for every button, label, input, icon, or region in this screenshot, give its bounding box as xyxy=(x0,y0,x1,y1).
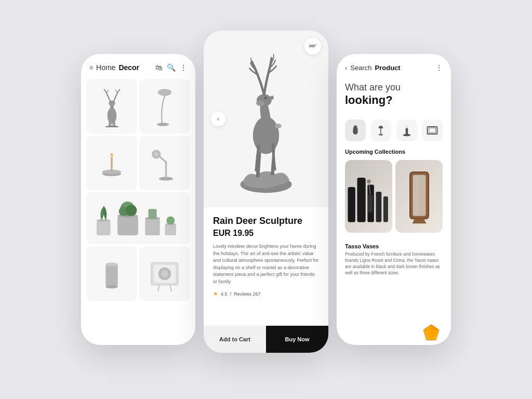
reviews-text: Reviews 267 xyxy=(234,291,261,297)
svg-point-49 xyxy=(256,100,264,106)
svg-rect-69 xyxy=(414,176,419,215)
lamp-category-icon xyxy=(376,124,386,137)
sketch-logo-svg xyxy=(422,324,441,341)
menu-icon[interactable]: ≡ xyxy=(89,64,93,71)
more-icon[interactable]: ⋮ xyxy=(180,63,187,72)
svg-rect-37 xyxy=(105,264,117,286)
svg-line-8 xyxy=(115,90,117,92)
svg-rect-64 xyxy=(368,194,373,212)
search-title-normal: Search xyxy=(350,64,371,72)
svg-point-11 xyxy=(105,125,118,127)
action-buttons: Add to Cart Buy Now xyxy=(204,326,328,353)
grid-item-floor-lamp[interactable] xyxy=(139,79,190,134)
cart-icon[interactable]: 🛍 xyxy=(155,63,163,72)
vases-svg xyxy=(345,168,392,225)
collection-card-mirror[interactable] xyxy=(395,160,443,233)
svg-rect-59 xyxy=(348,187,355,222)
title-bold: Decor xyxy=(118,63,139,72)
svg-point-13 xyxy=(157,123,169,126)
candle-category-icon xyxy=(402,124,411,137)
grid-item-plants[interactable] xyxy=(86,192,190,244)
header-icons: 🛍 🔍 ⋮ xyxy=(155,63,187,72)
svg-point-47 xyxy=(253,117,279,154)
category-lamp[interactable] xyxy=(371,119,392,141)
svg-point-66 xyxy=(367,180,370,183)
title-normal: Home xyxy=(96,63,115,72)
collection-name: Tasso Vases xyxy=(345,243,443,249)
grid-item-round-decor[interactable] xyxy=(139,246,190,301)
category-vase[interactable] xyxy=(345,119,366,141)
svg-rect-62 xyxy=(376,192,381,222)
svg-point-50 xyxy=(264,97,267,99)
svg-rect-52 xyxy=(354,126,356,127)
add-to-cart-button[interactable]: Add to Cart xyxy=(204,326,266,353)
grid-item-deer[interactable] xyxy=(86,79,137,134)
mirror-image xyxy=(395,160,443,233)
buy-now-button[interactable]: Buy Now xyxy=(266,326,328,353)
more-options-icon[interactable]: ⋮ xyxy=(435,63,443,72)
star-icon: ★ xyxy=(213,290,218,297)
svg-point-30 xyxy=(126,205,137,216)
svg-rect-34 xyxy=(165,224,176,235)
svg-point-36 xyxy=(166,216,175,224)
svg-rect-26 xyxy=(117,216,138,235)
category-candle[interactable] xyxy=(396,119,417,141)
svg-point-43 xyxy=(161,270,168,277)
back-arrow-icon[interactable]: ‹ xyxy=(345,64,347,72)
rating-value: 4.5 xyxy=(221,291,228,297)
frame-category-icon xyxy=(427,126,438,135)
svg-line-3 xyxy=(106,92,110,101)
svg-line-5 xyxy=(106,90,108,92)
svg-point-39 xyxy=(105,285,117,288)
product-info: Rain Deer Sculpture EUR 19.95 Lovely rei… xyxy=(204,207,328,326)
search-title-bold: Product xyxy=(375,64,401,72)
phone-search-product: ‹ Search Product ⋮ What are you looking? xyxy=(337,54,451,345)
vases-image xyxy=(345,160,392,233)
category-icons-row xyxy=(337,114,451,149)
svg-line-44 xyxy=(158,285,159,290)
svg-rect-58 xyxy=(429,128,436,132)
grid-item-cylinder[interactable] xyxy=(86,246,137,301)
view360-label: 360° xyxy=(309,44,316,48)
product-image-area: ‹ 360° xyxy=(204,31,328,207)
svg-rect-24 xyxy=(97,220,111,235)
svg-point-38 xyxy=(105,262,117,266)
looking-line2: looking? xyxy=(345,94,443,107)
svg-point-23 xyxy=(154,152,158,156)
product-description: Lovely reindeer decor brightens your hom… xyxy=(213,243,319,285)
phone-home-decor: ≡ Home Decor 🛍 🔍 ⋮ xyxy=(81,54,195,345)
category-frame[interactable] xyxy=(422,119,443,141)
search-header-left: ‹ Search Product xyxy=(345,64,401,72)
deer-sculpture-large xyxy=(219,41,313,197)
mirror-svg xyxy=(401,168,438,224)
vase-category-icon xyxy=(350,125,361,136)
svg-line-6 xyxy=(114,92,117,101)
svg-line-7 xyxy=(117,89,119,92)
svg-line-45 xyxy=(170,285,172,290)
round-decor-image xyxy=(147,256,183,292)
svg-rect-31 xyxy=(145,218,159,235)
svg-rect-1 xyxy=(110,105,113,113)
product-name: Rain Deer Sculpture xyxy=(213,216,319,227)
svg-point-56 xyxy=(403,134,410,137)
svg-rect-33 xyxy=(149,209,157,219)
collection-card-vases[interactable] xyxy=(345,160,392,233)
svg-rect-16 xyxy=(111,156,112,172)
grid-item-desk-lamp[interactable] xyxy=(139,136,190,190)
product-grid xyxy=(81,77,195,303)
phone-product-detail: ‹ 360° xyxy=(204,31,328,353)
view360-badge[interactable]: 360° xyxy=(304,38,321,55)
plant-pots-image xyxy=(89,197,188,239)
collections-grid xyxy=(337,160,451,233)
rating-separator: / xyxy=(230,291,232,297)
candle-holder-image xyxy=(99,148,125,179)
search-prompt-section: What are you looking? xyxy=(337,77,451,114)
grid-item-candle[interactable] xyxy=(86,136,137,190)
svg-rect-60 xyxy=(357,178,365,222)
svg-rect-63 xyxy=(383,196,388,222)
svg-line-4 xyxy=(104,89,106,92)
search-prompt-text: What are you looking? xyxy=(345,82,443,107)
product-price: EUR 19.95 xyxy=(213,229,319,238)
search-icon[interactable]: 🔍 xyxy=(167,63,176,72)
back-button[interactable]: ‹ xyxy=(211,112,225,126)
